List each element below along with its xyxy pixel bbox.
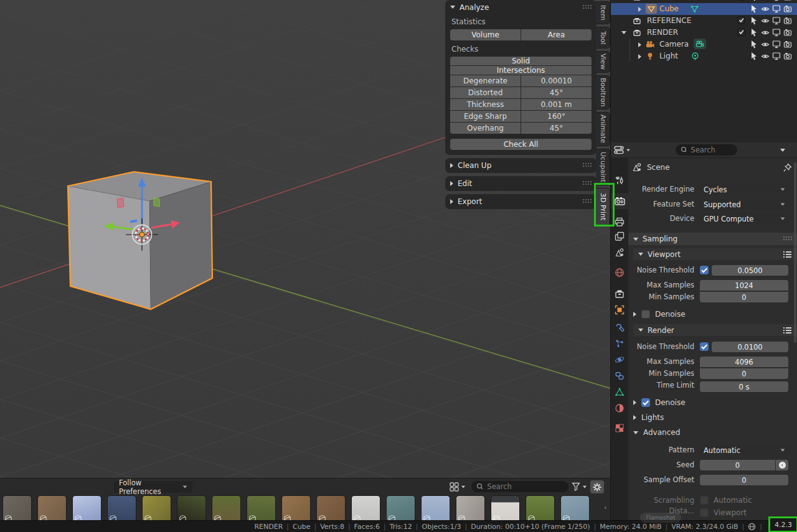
volume-button[interactable]: Volume xyxy=(450,29,521,40)
tab-particle-properties[interactable] xyxy=(611,335,628,352)
check-label[interactable]: Distorted xyxy=(450,87,521,98)
seed-field[interactable]: 0 xyxy=(700,460,775,470)
tab-view-layer-properties[interactable] xyxy=(611,228,628,245)
tab-scene-properties[interactable] xyxy=(611,245,628,261)
outliner-row-light[interactable]: Light xyxy=(611,50,797,62)
monitor-icon[interactable] xyxy=(772,16,781,25)
render-camera-icon[interactable] xyxy=(783,16,792,25)
time-limit-field[interactable]: 0 s xyxy=(700,381,788,392)
check-thickness-row[interactable]: Thickness 0.001 m xyxy=(450,99,592,110)
outliner-row-camera[interactable]: Camera xyxy=(611,39,797,50)
panel-clean-up[interactable]: Clean Up xyxy=(445,158,597,173)
min-samples-field[interactable]: 0 xyxy=(700,292,788,302)
tab-modifier-properties[interactable] xyxy=(611,319,628,335)
eye-icon[interactable] xyxy=(761,28,770,37)
feature-set-select[interactable]: Supported xyxy=(699,199,790,210)
gizmo-plane-handle-red[interactable] xyxy=(117,198,124,208)
presets-icon[interactable] xyxy=(783,251,792,258)
shelf-collapse-arrow[interactable]: ‹ xyxy=(604,503,606,511)
panel-export[interactable]: Export xyxy=(445,194,597,209)
noise-threshold-field[interactable]: 0.0500 xyxy=(712,265,788,276)
sample-offset-field[interactable]: 0 xyxy=(700,475,788,485)
render-camera-icon[interactable] xyxy=(783,0,792,1)
check-label[interactable]: Thickness xyxy=(450,99,521,110)
asset-search[interactable] xyxy=(471,481,568,492)
lights-panel-header[interactable]: Lights xyxy=(633,413,664,422)
tab-material-properties[interactable] xyxy=(611,400,628,416)
eye-icon[interactable] xyxy=(761,4,770,13)
check-edge-sharp-row[interactable]: Edge Sharp 160° xyxy=(450,111,592,122)
tab-booltron[interactable]: Booltron xyxy=(596,75,610,110)
render-engine-select[interactable]: Cycles xyxy=(699,184,790,195)
expand-icon[interactable] xyxy=(638,54,641,59)
sampling-render-header[interactable]: Render xyxy=(633,324,797,336)
panel-edit[interactable]: Edit xyxy=(445,176,597,191)
denoise-checkbox[interactable] xyxy=(641,398,650,407)
tab-constraint-properties[interactable] xyxy=(611,368,628,384)
check-value[interactable]: 0.001 m xyxy=(521,99,592,110)
catalog-select[interactable]: Follow Preferences xyxy=(114,481,192,493)
selectable-icon[interactable] xyxy=(750,0,758,1)
gizmo-plane-handle-blue[interactable] xyxy=(130,221,137,222)
tab-tool-properties[interactable] xyxy=(611,172,628,189)
render-camera-icon[interactable] xyxy=(783,52,792,60)
check-value[interactable]: 0.00010 xyxy=(521,75,592,86)
drag-handle-icon[interactable] xyxy=(583,163,592,168)
check-value[interactable]: 160° xyxy=(521,111,592,122)
noise-threshold-checkbox[interactable] xyxy=(700,266,709,274)
sampling-viewport-header[interactable]: Viewport xyxy=(633,248,797,260)
device-select[interactable]: GPU Compute xyxy=(699,213,790,224)
render-camera-icon[interactable] xyxy=(783,28,792,37)
tab-collection-properties[interactable] xyxy=(611,286,628,302)
check-solid-button[interactable]: Solid xyxy=(450,57,592,65)
properties-search[interactable] xyxy=(676,144,737,156)
tab-tool[interactable]: Tool xyxy=(596,27,610,49)
editor-type-button[interactable] xyxy=(614,145,631,155)
expand-icon[interactable] xyxy=(638,42,641,47)
noise-threshold-field[interactable]: 0.0100 xyxy=(712,342,788,352)
check-value[interactable]: 45° xyxy=(521,123,592,134)
drag-handle-icon[interactable] xyxy=(583,199,592,204)
drag-handle-icon[interactable] xyxy=(583,181,592,186)
monitor-icon[interactable] xyxy=(772,4,781,13)
eye-icon[interactable] xyxy=(761,52,770,60)
render-camera-icon[interactable] xyxy=(783,4,792,13)
drag-handle-icon[interactable] xyxy=(583,5,592,10)
asset-search-input[interactable] xyxy=(486,482,564,492)
checkbox-icon[interactable] xyxy=(737,0,745,1)
tab-animate[interactable]: Animate xyxy=(596,112,610,146)
check-all-button[interactable]: Check All xyxy=(450,139,592,150)
outliner-row-reference[interactable]: REFERENCE xyxy=(611,15,797,27)
filter-button[interactable] xyxy=(572,482,587,491)
collapse-icon[interactable] xyxy=(621,31,626,34)
area-button[interactable]: Area xyxy=(521,29,592,40)
tab-object-properties[interactable] xyxy=(611,302,628,318)
checkbox-icon[interactable] xyxy=(737,28,745,36)
tab-object-data-properties[interactable] xyxy=(611,384,628,400)
sampling-panel-header[interactable]: Sampling xyxy=(628,233,797,245)
tab-world-properties[interactable] xyxy=(611,264,628,281)
tab-ucupaint[interactable]: Ucupaint xyxy=(596,149,610,185)
check-distorted-row[interactable]: Distorted 45° xyxy=(450,87,592,98)
scrambling-viewport-checkbox[interactable] xyxy=(700,508,709,517)
tab-view[interactable]: View xyxy=(596,51,610,73)
selectable-icon[interactable] xyxy=(750,28,758,37)
display-mode-button[interactable] xyxy=(450,482,466,492)
check-overhang-row[interactable]: Overhang 45° xyxy=(450,123,592,134)
check-label[interactable]: Edge Sharp xyxy=(450,111,521,122)
outliner-row-cube[interactable]: Cube xyxy=(611,3,797,15)
pattern-select[interactable]: Automatic xyxy=(699,445,790,455)
viewport-denoise-row[interactable]: Denoise xyxy=(633,310,686,319)
advanced-panel-header[interactable]: Advanced xyxy=(633,428,680,437)
viewport-3d[interactable]: Analyze Statistics Volume Area Checks So… xyxy=(0,0,610,478)
check-label[interactable]: Overhang xyxy=(450,123,521,134)
selectable-icon[interactable] xyxy=(750,40,758,49)
pin-icon[interactable] xyxy=(783,163,792,172)
check-label[interactable]: Degenerate xyxy=(450,75,521,86)
monitor-icon[interactable] xyxy=(772,28,781,37)
render-camera-icon[interactable] xyxy=(783,40,792,49)
selectable-icon[interactable] xyxy=(750,16,758,25)
scrollbar[interactable] xyxy=(794,162,796,343)
check-value[interactable]: 45° xyxy=(521,87,592,98)
panel-analyze-header[interactable]: Analyze xyxy=(450,1,592,13)
